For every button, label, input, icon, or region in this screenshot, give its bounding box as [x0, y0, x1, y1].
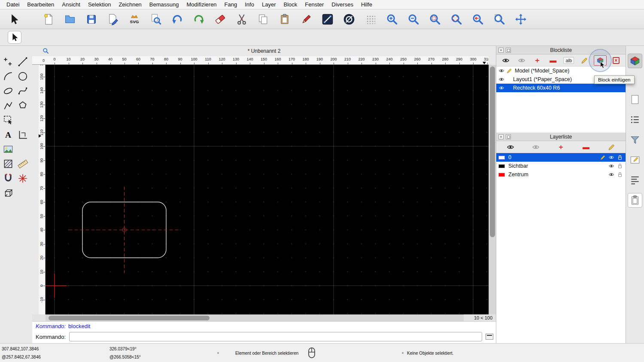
zoom-window-button[interactable]: [428, 12, 441, 26]
undo-button[interactable]: [171, 12, 184, 26]
grid-status-label: 10 < 100: [464, 314, 496, 321]
block-edit-button[interactable]: [578, 55, 591, 66]
list-widget-toggle[interactable]: [628, 112, 642, 127]
menu-item[interactable]: Zeichnen: [115, 1, 145, 8]
block-list-item[interactable]: Rechteck 60x40 R6: [496, 84, 626, 92]
layer-add-button[interactable]: ＋: [554, 142, 567, 152]
eye-off-icon: [532, 143, 540, 151]
menu-item[interactable]: Block: [279, 1, 301, 8]
command-dock-button[interactable]: [486, 334, 493, 340]
clipboard-widget-toggle[interactable]: [628, 193, 642, 208]
menu-item[interactable]: Ansicht: [58, 1, 84, 8]
block-rename-button[interactable]: alb: [562, 55, 575, 66]
menu-item[interactable]: Fang: [221, 1, 241, 8]
info-tool-button[interactable]: [15, 171, 30, 186]
library-widget-toggle[interactable]: [628, 92, 642, 107]
horizontal-scrollbar[interactable]: [46, 314, 464, 321]
zoom-auto-button[interactable]: [450, 12, 463, 26]
menu-item[interactable]: Layer: [258, 1, 280, 8]
measure-tool-button[interactable]: [15, 157, 30, 171]
menu-item[interactable]: Bemassung: [146, 1, 183, 8]
eraser-icon: [214, 13, 226, 25]
layer-panel-close-button[interactable]: ×: [498, 134, 504, 139]
spline-tool-button[interactable]: [15, 84, 30, 98]
new-document-button[interactable]: [42, 12, 55, 26]
layer-hide-all-button[interactable]: [529, 142, 542, 152]
arc-tool-button[interactable]: [1, 69, 15, 84]
command-widget-toggle[interactable]: [628, 173, 642, 187]
save-button[interactable]: [85, 12, 98, 26]
block-delete-button[interactable]: ×: [610, 55, 623, 66]
grid-toggle-button[interactable]: [364, 12, 377, 26]
block-panel-close-button[interactable]: ×: [498, 48, 504, 53]
menu-item[interactable]: Fenster: [301, 1, 328, 8]
polygon-tool-button[interactable]: [15, 98, 30, 113]
properties-widget-toggle[interactable]: [628, 153, 642, 167]
open-file-button[interactable]: [64, 12, 76, 26]
layer-show-all-button[interactable]: [504, 142, 517, 152]
horizontal-scrollbar-thumb[interactable]: [49, 316, 210, 320]
menu-item[interactable]: Hilfe: [357, 1, 376, 8]
block-panel-float-button[interactable]: [506, 48, 511, 53]
filter-widget-toggle[interactable]: [628, 133, 642, 147]
image-tool-button[interactable]: [1, 142, 15, 157]
layer-list-item[interactable]: Sichtbar: [496, 162, 626, 170]
block-hide-all-button[interactable]: [515, 55, 528, 66]
modify-tool-button[interactable]: [1, 171, 15, 186]
zoom-page-button[interactable]: [493, 12, 506, 26]
block-add-button[interactable]: ＋: [531, 55, 544, 66]
copy-button[interactable]: [257, 12, 270, 26]
layer-panel-header: × Layerliste: [496, 133, 626, 141]
zoom-in-button[interactable]: [386, 12, 398, 26]
pan-button[interactable]: [514, 12, 527, 26]
circle-attributes-button[interactable]: [343, 12, 355, 26]
print-preview-icon: [150, 13, 162, 25]
block-tool-button[interactable]: [1, 186, 15, 200]
zoom-out-button[interactable]: [407, 12, 420, 26]
line-tool-button[interactable]: [15, 54, 30, 69]
layer-list-item[interactable]: Zentrum: [496, 170, 626, 179]
pencil-icon: [608, 143, 615, 151]
menu-item[interactable]: Diverses: [328, 1, 357, 8]
paste-button[interactable]: [278, 12, 291, 26]
menu-item[interactable]: Info: [241, 1, 258, 8]
select-tool-button[interactable]: [8, 12, 21, 26]
eye-icon: [507, 143, 514, 151]
line-attributes-button[interactable]: [321, 12, 334, 26]
points-tool-button[interactable]: [1, 54, 15, 69]
zoom-previous-button[interactable]: [471, 12, 484, 26]
svg-export-button[interactable]: SVG: [128, 12, 141, 26]
text-tool-button[interactable]: A: [1, 127, 15, 142]
menu-item[interactable]: Modifizieren: [183, 1, 221, 8]
layer-list-item[interactable]: 0: [496, 153, 626, 162]
circle-tool-button[interactable]: [15, 69, 30, 84]
block-show-all-button[interactable]: [499, 55, 512, 66]
block-remove-button[interactable]: ▬: [547, 55, 559, 66]
cut-button[interactable]: [235, 12, 248, 26]
points-icon: [3, 56, 14, 67]
pen-button[interactable]: [300, 12, 313, 26]
block-insert-button[interactable]: Block einfügen: [594, 55, 607, 66]
eraser-button[interactable]: [214, 12, 227, 26]
command-input[interactable]: [69, 332, 482, 341]
menu-item[interactable]: Selektion: [84, 1, 115, 8]
ellipse-tool-button[interactable]: [1, 84, 15, 98]
menu-item[interactable]: Datei: [3, 1, 23, 8]
layer-edit-button[interactable]: [605, 142, 618, 152]
polyline-tool-button[interactable]: [1, 98, 15, 113]
order-tool-button[interactable]: [15, 127, 30, 142]
vertical-scrollbar[interactable]: [489, 65, 496, 314]
layer-panel-float-button[interactable]: [506, 134, 511, 139]
drawing-canvas[interactable]: [46, 65, 489, 314]
block-widget-toggle[interactable]: [628, 54, 642, 68]
block-list-item[interactable]: Model (*Model_Space): [496, 66, 626, 75]
layer-remove-button[interactable]: ▬: [580, 142, 592, 152]
selection-tool-button[interactable]: [1, 113, 15, 127]
redo-button[interactable]: [192, 12, 205, 26]
hatch-tool-button[interactable]: [1, 157, 15, 171]
menu-item[interactable]: Bearbeiten: [23, 1, 58, 8]
vertical-scrollbar-thumb[interactable]: [490, 66, 495, 237]
current-action-button[interactable]: [8, 31, 21, 44]
print-preview-button[interactable]: [149, 12, 162, 26]
save-as-button[interactable]: [106, 12, 119, 26]
